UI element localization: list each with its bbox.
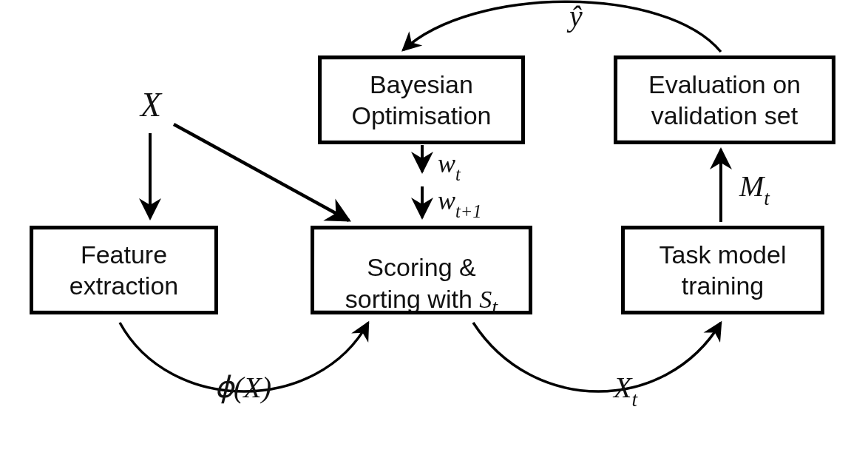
- label-X: X: [140, 85, 161, 124]
- node-feature-extraction-text: Feature extraction: [69, 239, 178, 302]
- diagram-stage: Feature extraction Bayesian Optimisation…: [0, 0, 868, 458]
- label-wt1: wt+1: [438, 185, 482, 220]
- label-Mt: Mt: [739, 169, 770, 208]
- label-wt: wt: [438, 148, 461, 183]
- node-evaluation: Evaluation on validation set: [614, 55, 835, 144]
- node-bayesian-optimisation: Bayesian Optimisation: [318, 55, 525, 144]
- label-yhat: ŷ: [569, 0, 583, 33]
- node-evaluation-text: Evaluation on validation set: [648, 69, 801, 132]
- node-task-training: Task model training: [621, 226, 824, 314]
- node-task-text: Task model training: [660, 239, 787, 302]
- node-scoring-text: Scoring & sorting with St: [345, 220, 498, 320]
- arrow-eval-to-bayes: [403, 1, 721, 52]
- label-phiX: ϕ(X): [214, 370, 271, 405]
- node-bayesian-text: Bayesian Optimisation: [352, 69, 492, 132]
- label-Xt: Xt: [614, 370, 637, 409]
- node-feature-extraction: Feature extraction: [30, 226, 218, 314]
- arrow-scoring-to-task: [473, 323, 721, 391]
- node-scoring-sorting: Scoring & sorting with St: [311, 226, 532, 314]
